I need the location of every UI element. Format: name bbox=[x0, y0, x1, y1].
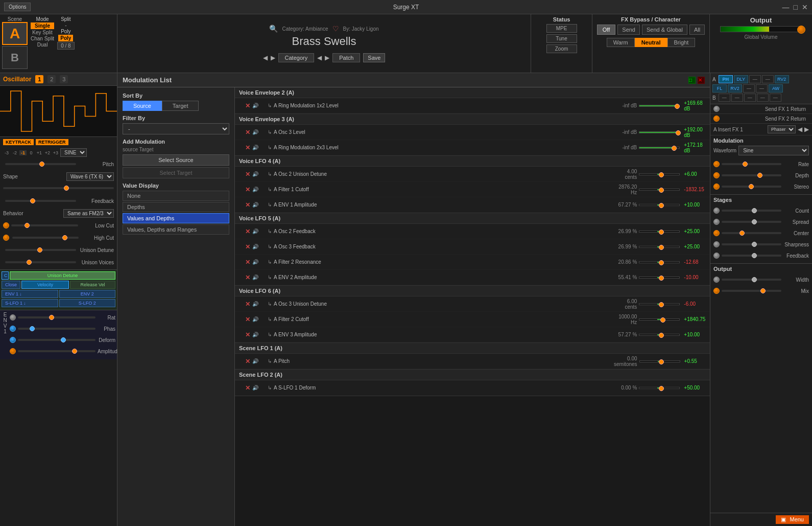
fx-slot-b2[interactable]: — bbox=[731, 94, 743, 102]
feedback-right-slider-knob[interactable] bbox=[752, 253, 757, 258]
filter2-resonance-track[interactable] bbox=[639, 261, 680, 263]
mix-knob[interactable] bbox=[713, 288, 720, 294]
env1-amp-track[interactable] bbox=[639, 204, 680, 206]
osc3-level-track[interactable] bbox=[639, 131, 680, 133]
osc-num-3[interactable]: 3 bbox=[60, 75, 68, 83]
mute-filter2-cutoff-btn[interactable]: 🔊 bbox=[252, 316, 258, 322]
slfo1-mod-btn[interactable]: S-LFO 1 ↓ bbox=[2, 299, 58, 307]
del-osc2-feedback-btn[interactable]: ✕ bbox=[245, 228, 250, 235]
category-next[interactable]: ▶ bbox=[271, 54, 275, 61]
osc3-feedback-track[interactable] bbox=[639, 246, 680, 248]
mode-keysplit[interactable]: Key Split bbox=[31, 30, 54, 35]
mute-slfo1-deform-btn[interactable]: 🔊 bbox=[252, 385, 258, 391]
fx-slot-minus2[interactable]: — bbox=[762, 75, 774, 83]
ring-mod-1x2-track[interactable] bbox=[639, 105, 680, 107]
del-filter2-cutoff-btn[interactable]: ✕ bbox=[245, 316, 250, 323]
mod-c-btn[interactable]: C bbox=[2, 271, 9, 280]
vdo-none-btn[interactable]: None bbox=[123, 191, 229, 201]
filter2-cutoff-knob[interactable] bbox=[660, 317, 665, 323]
mute-filter2-resonance-btn[interactable]: 🔊 bbox=[252, 259, 258, 265]
count-slider[interactable] bbox=[722, 210, 781, 212]
mute-env2-amp-btn[interactable]: 🔊 bbox=[252, 275, 258, 280]
osc3-feedback-knob[interactable] bbox=[659, 245, 664, 250]
poly-btn[interactable]: Poly bbox=[58, 35, 73, 41]
send-fx2-knob[interactable] bbox=[713, 116, 720, 122]
retrigger-button[interactable]: RETRIGGER bbox=[36, 139, 68, 145]
env2-amp-track[interactable] bbox=[639, 277, 680, 279]
category-nav-btn[interactable]: Category bbox=[278, 53, 315, 62]
bypass-all-btn[interactable]: All bbox=[689, 25, 705, 35]
global-volume-knob[interactable] bbox=[797, 26, 805, 34]
rate-knob[interactable] bbox=[713, 161, 720, 167]
sharpness-knob[interactable] bbox=[713, 241, 720, 247]
del-filter1-cutoff-btn[interactable]: ✕ bbox=[245, 186, 250, 193]
insert-fx-select[interactable]: Phaser bbox=[768, 125, 796, 133]
shape-knob[interactable] bbox=[64, 186, 69, 191]
keytrack-button[interactable]: KEYTRACK bbox=[3, 139, 34, 145]
del-env1-amp-btn[interactable]: ✕ bbox=[245, 201, 250, 209]
semi-plus1[interactable]: +1 bbox=[36, 150, 43, 155]
env2-amp-knob[interactable] bbox=[659, 276, 664, 281]
slfo2-mod-btn[interactable]: S-LFO 2 bbox=[59, 299, 116, 307]
pitch-slider[interactable] bbox=[5, 163, 76, 165]
del-env3-amp-btn[interactable]: ✕ bbox=[245, 331, 250, 338]
spread-knob[interactable] bbox=[713, 219, 720, 225]
fx-slot-fl[interactable]: FL bbox=[712, 84, 727, 93]
insert-fx-next[interactable]: ▶ bbox=[804, 126, 809, 133]
env1-mod-btn[interactable]: ENV 1 ↓ bbox=[2, 290, 58, 298]
del-slfo1-deform-btn[interactable]: ✕ bbox=[245, 384, 250, 392]
depth-slider[interactable] bbox=[722, 174, 781, 176]
sort-source-btn[interactable]: Source bbox=[123, 101, 162, 111]
filter-select[interactable]: - bbox=[123, 123, 229, 134]
stereo-slider[interactable] bbox=[722, 186, 781, 188]
semi-minus3[interactable]: -3 bbox=[3, 150, 10, 155]
behavior-select[interactable]: Same as FM2/3 bbox=[63, 209, 114, 218]
mode-single[interactable]: Single bbox=[31, 22, 54, 29]
semi-plus3[interactable]: +3 bbox=[52, 150, 59, 155]
osc2-unison-knob[interactable] bbox=[659, 172, 664, 177]
bypass-send-btn[interactable]: Send bbox=[617, 25, 640, 35]
osc-type-select[interactable]: SINE bbox=[60, 148, 87, 157]
osc-num-1[interactable]: 1 bbox=[35, 75, 43, 83]
minimize-icon[interactable]: — bbox=[782, 3, 790, 11]
stereo-slider-knob[interactable] bbox=[749, 184, 754, 189]
mute-env1-amp-btn[interactable]: 🔊 bbox=[252, 202, 258, 208]
unison-detune-slider[interactable] bbox=[5, 249, 76, 251]
char-bright-btn[interactable]: Bright bbox=[667, 38, 696, 47]
feedback-right-slider[interactable] bbox=[722, 255, 781, 257]
maximize-icon[interactable]: □ bbox=[794, 3, 798, 11]
low-cut-knob[interactable] bbox=[3, 222, 9, 228]
osc3-unison-knob[interactable] bbox=[659, 302, 664, 307]
osc-num-2[interactable]: 2 bbox=[47, 75, 56, 83]
semi-0[interactable]: 0 bbox=[28, 150, 35, 155]
close-btn[interactable]: Close bbox=[2, 281, 20, 289]
mute-filter1-cutoff-btn[interactable]: 🔊 bbox=[252, 187, 258, 192]
env3-amp-track[interactable] bbox=[639, 334, 680, 336]
bypass-send-global-btn[interactable]: Send & Global bbox=[642, 25, 687, 35]
sharpness-slider-knob[interactable] bbox=[752, 242, 757, 247]
slfo1-deform-track[interactable] bbox=[639, 387, 680, 389]
mode-dual[interactable]: Dual bbox=[31, 42, 54, 48]
stereo-knob[interactable] bbox=[713, 184, 720, 190]
options-button[interactable]: Options bbox=[4, 3, 31, 11]
release-vel-mod-btn[interactable]: Release Vel bbox=[70, 281, 115, 289]
filter1-cutoff-knob[interactable] bbox=[659, 188, 664, 193]
a-pitch-knob[interactable] bbox=[659, 359, 664, 364]
fx-slot-rv2b[interactable]: RV2 bbox=[728, 84, 742, 93]
shape-select[interactable]: Wave 6 (TX 6) bbox=[66, 172, 114, 181]
mute-a-pitch-btn[interactable]: 🔊 bbox=[252, 358, 258, 364]
scene-b-button[interactable]: B bbox=[2, 46, 28, 69]
mute-osc3-level-btn[interactable]: 🔊 bbox=[252, 129, 258, 135]
favorite-icon[interactable]: ♡ bbox=[332, 25, 339, 33]
mute-env3-amp-btn[interactable]: 🔊 bbox=[252, 332, 258, 337]
bypass-off-btn[interactable]: Off bbox=[597, 25, 615, 35]
select-source-btn[interactable]: Select Source bbox=[123, 154, 229, 166]
fx-slot-b4[interactable]: — bbox=[757, 94, 769, 102]
low-cut-slider[interactable] bbox=[11, 224, 78, 226]
del-osc2-unison-btn[interactable]: ✕ bbox=[245, 171, 250, 178]
env3-amp-knob[interactable] bbox=[659, 333, 664, 338]
del-env2-amp-btn[interactable]: ✕ bbox=[245, 274, 250, 281]
center-knob[interactable] bbox=[713, 230, 720, 236]
a-pitch-track[interactable] bbox=[639, 360, 680, 362]
mod-list-minimize-btn[interactable]: □ bbox=[688, 77, 696, 84]
